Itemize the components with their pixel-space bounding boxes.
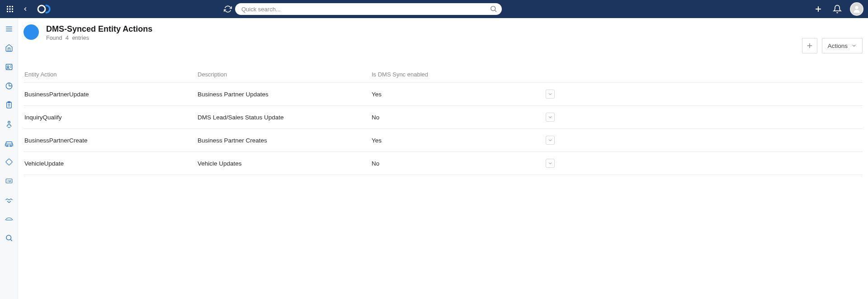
table-row[interactable]: BusinessPartnerCreateBusiness Partner Cr… <box>24 128 863 152</box>
global-add-icon[interactable] <box>812 3 825 15</box>
chevron-down-icon <box>851 43 857 48</box>
svg-point-19 <box>7 66 9 67</box>
topbar-right <box>812 2 863 16</box>
layout: A⇄ DMS-Synced Entity Actions Found 4 ent… <box>0 18 868 299</box>
cell-sync-enabled: Yes <box>372 91 546 98</box>
svg-line-34 <box>10 239 12 241</box>
cell-entity-action: InquiryQualify <box>24 114 198 121</box>
cell-entity-action: BusinessPartnerCreate <box>24 137 198 144</box>
cell-menu <box>546 159 863 168</box>
header-sync-enabled[interactable]: Is DMS Sync enabled <box>372 71 546 78</box>
svg-rect-3 <box>7 9 8 10</box>
actions-label: Actions <box>828 43 848 49</box>
table-body: BusinessPartnerUpdateBusiness Partner Up… <box>24 82 863 175</box>
svg-rect-6 <box>7 11 8 12</box>
svg-rect-1 <box>9 6 11 7</box>
svg-point-33 <box>6 235 11 240</box>
cell-menu <box>546 136 863 145</box>
back-icon[interactable] <box>20 4 31 14</box>
header-actions: Actions <box>802 38 863 53</box>
svg-rect-2 <box>12 6 13 7</box>
svg-rect-8 <box>12 11 13 12</box>
app-logo[interactable] <box>37 4 55 14</box>
row-menu-button[interactable] <box>546 136 555 145</box>
header-description[interactable]: Description <box>198 71 372 78</box>
page-subtitle: Found 4 entries <box>46 35 863 41</box>
sidebar-menu-icon[interactable] <box>3 23 15 35</box>
svg-rect-30 <box>5 158 12 165</box>
search-input[interactable] <box>235 3 502 15</box>
cell-sync-enabled: No <box>372 114 546 121</box>
add-entry-button[interactable] <box>802 38 817 53</box>
sidebar: A⇄ <box>0 18 18 299</box>
actions-dropdown[interactable]: Actions <box>822 38 863 53</box>
sidebar-car-icon[interactable] <box>3 137 15 149</box>
sidebar-chart-icon[interactable] <box>3 80 15 92</box>
refresh-icon[interactable] <box>222 3 234 15</box>
svg-point-14 <box>855 6 859 9</box>
cell-sync-enabled: Yes <box>372 137 546 144</box>
cell-description: Business Partner Creates <box>198 137 372 144</box>
main-content: DMS-Synced Entity Actions Found 4 entrie… <box>18 18 868 299</box>
cell-menu <box>546 90 863 99</box>
cell-entity-action: VehicleUpdate <box>24 160 198 167</box>
svg-point-10 <box>491 6 495 11</box>
row-menu-button[interactable] <box>546 113 555 122</box>
cell-description: DMS Lead/Sales Status Update <box>198 114 372 121</box>
table-row[interactable]: BusinessPartnerUpdateBusiness Partner Up… <box>24 82 863 105</box>
sidebar-clipboard-icon[interactable] <box>3 99 15 111</box>
row-menu-button[interactable] <box>546 159 555 168</box>
entries-label: entries <box>72 35 89 41</box>
svg-rect-4 <box>9 9 11 10</box>
table-header: Entity Action Description Is DMS Sync en… <box>24 66 863 82</box>
svg-point-9 <box>38 5 45 13</box>
cell-entity-action: BusinessPartnerUpdate <box>24 91 198 98</box>
sidebar-handshake-icon[interactable] <box>3 194 15 206</box>
svg-rect-0 <box>7 6 8 7</box>
cell-description: Business Partner Updates <box>198 91 372 98</box>
notifications-icon[interactable] <box>831 3 844 15</box>
entity-icon <box>24 24 39 40</box>
topbar <box>0 0 868 18</box>
found-label: Found <box>46 35 62 41</box>
user-avatar[interactable] <box>850 2 863 16</box>
sidebar-person-icon[interactable] <box>3 118 15 130</box>
svg-rect-7 <box>9 11 11 12</box>
table-row[interactable]: VehicleUpdateVehicle UpdatesNo <box>24 152 863 175</box>
svg-text:A⇄: A⇄ <box>7 180 11 182</box>
entries-count: 4 <box>66 35 69 41</box>
search-icon[interactable] <box>490 5 497 14</box>
sidebar-badge-icon[interactable]: A⇄ <box>3 175 15 187</box>
sidebar-search-icon[interactable] <box>3 232 15 244</box>
header-entity-action[interactable]: Entity Action <box>24 71 198 78</box>
cell-description: Vehicle Updates <box>198 160 372 167</box>
header-menu <box>546 71 863 78</box>
svg-line-11 <box>495 10 496 12</box>
title-block: DMS-Synced Entity Actions Found 4 entrie… <box>46 24 863 41</box>
sidebar-home-icon[interactable] <box>3 42 15 54</box>
sidebar-carlogo-icon[interactable] <box>3 213 15 225</box>
table-row[interactable]: InquiryQualifyDMS Lead/Sales Status Upda… <box>24 105 863 128</box>
apps-grid-icon[interactable] <box>5 4 15 14</box>
sidebar-diamond-icon[interactable] <box>3 156 15 168</box>
cell-sync-enabled: No <box>372 160 546 167</box>
search-container <box>235 3 502 15</box>
cell-menu <box>546 113 863 122</box>
topbar-left <box>5 4 55 14</box>
row-menu-button[interactable] <box>546 90 555 99</box>
page-title: DMS-Synced Entity Actions <box>46 24 863 34</box>
sidebar-contact-icon[interactable] <box>3 61 15 73</box>
data-table: Entity Action Description Is DMS Sync en… <box>24 66 863 175</box>
svg-point-26 <box>8 121 10 123</box>
svg-rect-5 <box>12 9 13 10</box>
page-header: DMS-Synced Entity Actions Found 4 entrie… <box>24 24 863 41</box>
